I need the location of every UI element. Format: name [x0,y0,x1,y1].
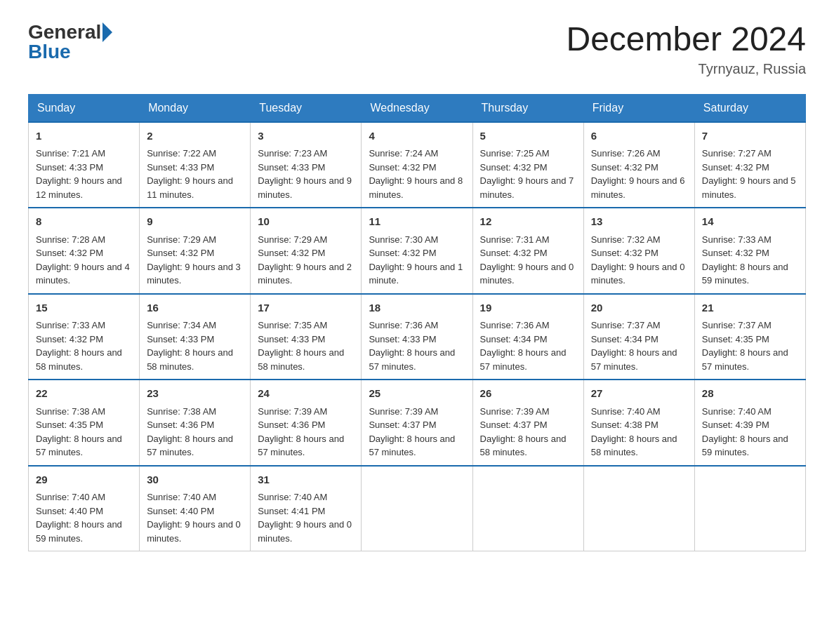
day-cell-8: 8 Sunrise: 7:28 AMSunset: 4:32 PMDayligh… [29,208,140,294]
day-cell-17: 17 Sunrise: 7:35 AMSunset: 4:33 PMDaylig… [251,294,362,380]
logo-triangle-icon [102,22,112,42]
day-info-13: Sunrise: 7:32 AMSunset: 4:32 PMDaylight:… [591,234,685,286]
day-cell-1: 1 Sunrise: 7:21 AMSunset: 4:33 PMDayligh… [29,122,140,208]
header: General Blue December 2024 Tyrnyauz, Rus… [28,21,806,77]
day-number-8: 8 [36,214,132,230]
day-number-7: 7 [702,128,798,145]
day-info-17: Sunrise: 7:35 AMSunset: 4:33 PMDaylight:… [258,320,344,372]
day-number-31: 31 [258,472,354,488]
day-info-30: Sunrise: 7:40 AMSunset: 4:40 PMDaylight:… [147,492,241,544]
day-cell-6: 6 Sunrise: 7:26 AMSunset: 4:32 PMDayligh… [583,122,694,208]
day-info-22: Sunrise: 7:38 AMSunset: 4:35 PMDaylight:… [36,406,122,458]
day-number-19: 19 [480,300,576,316]
header-sunday: Sunday [29,94,140,122]
week-row-3: 15 Sunrise: 7:33 AMSunset: 4:32 PMDaylig… [29,294,806,380]
day-info-18: Sunrise: 7:36 AMSunset: 4:33 PMDaylight:… [369,320,455,372]
day-number-27: 27 [591,386,687,402]
day-info-26: Sunrise: 7:39 AMSunset: 4:37 PMDaylight:… [480,406,567,458]
day-cell-20: 20 Sunrise: 7:37 AMSunset: 4:34 PMDaylig… [583,294,694,380]
day-info-12: Sunrise: 7:31 AMSunset: 4:32 PMDaylight:… [480,234,574,286]
day-info-10: Sunrise: 7:29 AMSunset: 4:32 PMDaylight:… [258,234,352,286]
day-number-24: 24 [258,386,354,402]
empty-cell-w5-d3 [362,466,472,551]
day-number-21: 21 [702,300,798,316]
day-number-6: 6 [591,128,687,145]
day-cell-28: 28 Sunrise: 7:40 AMSunset: 4:39 PMDaylig… [694,380,805,466]
day-info-23: Sunrise: 7:38 AMSunset: 4:36 PMDaylight:… [147,406,233,458]
header-thursday: Thursday [472,94,583,122]
weekday-header-row: Sunday Monday Tuesday Wednesday Thursday… [29,94,806,122]
day-info-11: Sunrise: 7:30 AMSunset: 4:32 PMDaylight:… [369,234,463,286]
day-info-29: Sunrise: 7:40 AMSunset: 4:40 PMDaylight:… [36,492,122,544]
day-cell-13: 13 Sunrise: 7:32 AMSunset: 4:32 PMDaylig… [583,208,694,294]
day-info-4: Sunrise: 7:24 AMSunset: 4:32 PMDaylight:… [369,148,463,200]
week-row-5: 29 Sunrise: 7:40 AMSunset: 4:40 PMDaylig… [29,466,806,551]
day-cell-15: 15 Sunrise: 7:33 AMSunset: 4:32 PMDaylig… [29,294,140,380]
week-row-4: 22 Sunrise: 7:38 AMSunset: 4:35 PMDaylig… [29,380,806,466]
day-number-10: 10 [258,214,354,230]
day-cell-12: 12 Sunrise: 7:31 AMSunset: 4:32 PMDaylig… [472,208,583,294]
day-info-3: Sunrise: 7:23 AMSunset: 4:33 PMDaylight:… [258,148,352,200]
day-cell-9: 9 Sunrise: 7:29 AMSunset: 4:32 PMDayligh… [140,208,251,294]
day-info-27: Sunrise: 7:40 AMSunset: 4:38 PMDaylight:… [591,406,677,458]
empty-cell-w5-d5 [583,466,694,551]
day-number-18: 18 [369,300,465,316]
day-number-16: 16 [147,300,243,316]
empty-cell-w5-d4 [472,466,583,551]
day-info-21: Sunrise: 7:37 AMSunset: 4:35 PMDaylight:… [702,320,788,372]
day-info-25: Sunrise: 7:39 AMSunset: 4:37 PMDaylight:… [369,406,455,458]
day-cell-14: 14 Sunrise: 7:33 AMSunset: 4:32 PMDaylig… [694,208,805,294]
day-info-16: Sunrise: 7:34 AMSunset: 4:33 PMDaylight:… [147,320,233,372]
day-cell-11: 11 Sunrise: 7:30 AMSunset: 4:32 PMDaylig… [362,208,472,294]
day-number-26: 26 [480,386,576,402]
day-cell-31: 31 Sunrise: 7:40 AMSunset: 4:41 PMDaylig… [251,466,362,551]
day-info-14: Sunrise: 7:33 AMSunset: 4:32 PMDaylight:… [702,234,788,286]
day-info-1: Sunrise: 7:21 AMSunset: 4:33 PMDaylight:… [36,148,122,200]
day-number-13: 13 [591,214,687,230]
day-number-28: 28 [702,386,798,402]
day-number-29: 29 [36,472,132,488]
week-row-2: 8 Sunrise: 7:28 AMSunset: 4:32 PMDayligh… [29,208,806,294]
day-number-5: 5 [480,128,576,145]
day-cell-24: 24 Sunrise: 7:39 AMSunset: 4:36 PMDaylig… [251,380,362,466]
day-number-30: 30 [147,472,243,488]
day-number-22: 22 [36,386,132,402]
day-info-8: Sunrise: 7:28 AMSunset: 4:32 PMDaylight:… [36,234,130,286]
day-cell-23: 23 Sunrise: 7:38 AMSunset: 4:36 PMDaylig… [140,380,251,466]
day-cell-18: 18 Sunrise: 7:36 AMSunset: 4:33 PMDaylig… [362,294,472,380]
day-cell-25: 25 Sunrise: 7:39 AMSunset: 4:37 PMDaylig… [362,380,472,466]
header-tuesday: Tuesday [251,94,362,122]
day-cell-16: 16 Sunrise: 7:34 AMSunset: 4:33 PMDaylig… [140,294,251,380]
day-info-7: Sunrise: 7:27 AMSunset: 4:32 PMDaylight:… [702,148,796,200]
day-info-2: Sunrise: 7:22 AMSunset: 4:33 PMDaylight:… [147,148,233,200]
day-number-1: 1 [36,128,132,145]
day-cell-10: 10 Sunrise: 7:29 AMSunset: 4:32 PMDaylig… [251,208,362,294]
day-info-20: Sunrise: 7:37 AMSunset: 4:34 PMDaylight:… [591,320,677,372]
day-info-9: Sunrise: 7:29 AMSunset: 4:32 PMDaylight:… [147,234,241,286]
calendar-table: Sunday Monday Tuesday Wednesday Thursday… [28,94,806,552]
day-number-3: 3 [258,128,354,145]
day-number-25: 25 [369,386,465,402]
header-friday: Friday [583,94,694,122]
day-cell-29: 29 Sunrise: 7:40 AMSunset: 4:40 PMDaylig… [29,466,140,551]
day-cell-30: 30 Sunrise: 7:40 AMSunset: 4:40 PMDaylig… [140,466,251,551]
day-number-20: 20 [591,300,687,316]
day-info-31: Sunrise: 7:40 AMSunset: 4:41 PMDaylight:… [258,492,352,544]
day-number-4: 4 [369,128,465,145]
title-section: December 2024 Tyrnyauz, Russia [566,21,806,77]
day-info-15: Sunrise: 7:33 AMSunset: 4:32 PMDaylight:… [36,320,122,372]
logo-blue-text: Blue [28,41,71,63]
day-cell-22: 22 Sunrise: 7:38 AMSunset: 4:35 PMDaylig… [29,380,140,466]
day-info-19: Sunrise: 7:36 AMSunset: 4:34 PMDaylight:… [480,320,567,372]
day-info-6: Sunrise: 7:26 AMSunset: 4:32 PMDaylight:… [591,148,685,200]
week-row-1: 1 Sunrise: 7:21 AMSunset: 4:33 PMDayligh… [29,122,806,208]
day-info-5: Sunrise: 7:25 AMSunset: 4:32 PMDaylight:… [480,148,574,200]
day-number-23: 23 [147,386,243,402]
day-cell-3: 3 Sunrise: 7:23 AMSunset: 4:33 PMDayligh… [251,122,362,208]
header-monday: Monday [140,94,251,122]
day-number-17: 17 [258,300,354,316]
day-number-12: 12 [480,214,576,230]
header-saturday: Saturday [694,94,805,122]
day-cell-21: 21 Sunrise: 7:37 AMSunset: 4:35 PMDaylig… [694,294,805,380]
day-cell-26: 26 Sunrise: 7:39 AMSunset: 4:37 PMDaylig… [472,380,583,466]
